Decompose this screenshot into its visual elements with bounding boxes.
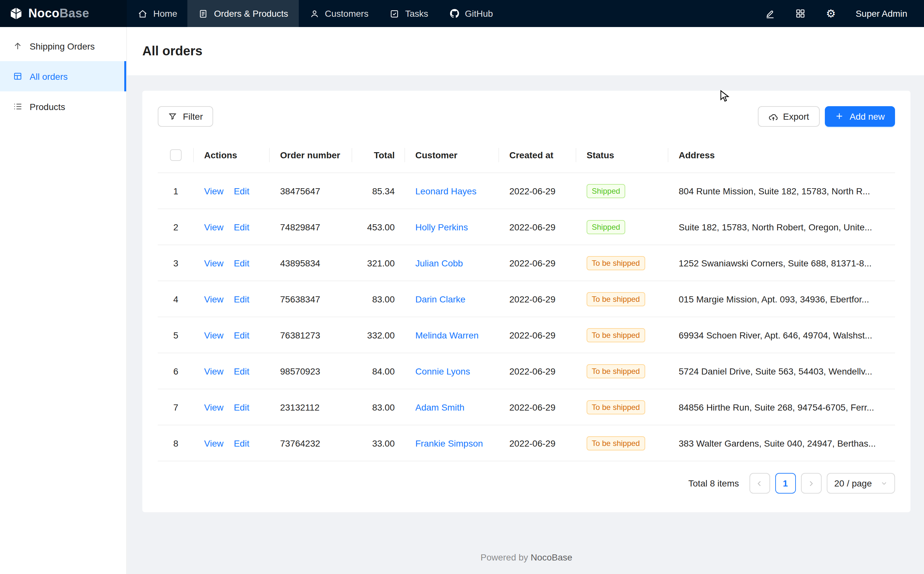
- view-link[interactable]: View: [204, 222, 223, 232]
- settings-gear-icon[interactable]: ⚙: [826, 8, 836, 19]
- nocobase-logo-icon: [9, 6, 23, 20]
- row-index: 4: [158, 294, 194, 304]
- table-header: Actions Order number Total Customer Crea…: [158, 137, 895, 173]
- nav-item-customers[interactable]: Customers: [299, 0, 379, 27]
- created-at-cell: 2022-06-29: [499, 294, 576, 304]
- edit-link[interactable]: Edit: [234, 258, 249, 268]
- customer-link[interactable]: Leonard Hayes: [415, 186, 477, 196]
- cloud-upload-icon: [768, 112, 778, 121]
- row-index: 1: [158, 186, 194, 196]
- view-link[interactable]: View: [204, 186, 223, 196]
- edit-link[interactable]: Edit: [234, 438, 249, 448]
- total-cell: 453.00: [352, 222, 405, 232]
- view-link[interactable]: View: [204, 438, 223, 448]
- page-size-select[interactable]: 20 / page: [826, 473, 895, 494]
- plugin-grid-icon[interactable]: [795, 8, 806, 19]
- status-cell: Shipped: [576, 184, 668, 198]
- select-all-checkbox[interactable]: [170, 149, 182, 161]
- nav-item-home[interactable]: Home: [127, 0, 188, 27]
- pagination-prev-button[interactable]: [749, 473, 770, 494]
- row-actions: View Edit: [194, 366, 270, 376]
- created-at-cell: 2022-06-29: [499, 222, 576, 232]
- pagination-page-1[interactable]: 1: [775, 473, 796, 494]
- pagination: Total 8 items 1 20 / page: [158, 473, 895, 494]
- tasks-icon: [389, 8, 400, 19]
- sidebar-item-shipping-orders[interactable]: Shipping Orders: [0, 31, 126, 61]
- table-body: 1 View Edit 38475647 85.34 Leonard Hayes…: [158, 173, 895, 461]
- customer-link[interactable]: Adam Smith: [415, 402, 464, 412]
- nav-item-tasks[interactable]: Tasks: [379, 0, 439, 27]
- status-badge: To be shipped: [587, 292, 645, 306]
- view-link[interactable]: View: [204, 258, 223, 268]
- total-cell: 84.00: [352, 366, 405, 376]
- row-index: 2: [158, 222, 194, 232]
- row-actions: View Edit: [194, 402, 270, 412]
- customer-link[interactable]: Frankie Simpson: [415, 438, 483, 448]
- customer-link[interactable]: Holly Perkins: [415, 222, 468, 232]
- footer-brand: NocoBase: [531, 552, 572, 562]
- add-new-button[interactable]: Add new: [824, 106, 895, 127]
- row-actions: View Edit: [194, 222, 270, 232]
- orders-table-icon: [13, 71, 23, 81]
- row-index: 6: [158, 366, 194, 376]
- order-number-cell: 74829847: [270, 222, 352, 232]
- status-cell: To be shipped: [576, 436, 668, 450]
- row-actions: View Edit: [194, 294, 270, 304]
- edit-link[interactable]: Edit: [234, 330, 249, 340]
- status-cell: To be shipped: [576, 328, 668, 342]
- customer-link[interactable]: Darin Clarke: [415, 294, 466, 304]
- table-row: 4 View Edit 75638347 83.00 Darin Clarke …: [158, 281, 895, 317]
- address-cell: 383 Walter Gardens, Suite 040, 24947, Be…: [668, 438, 895, 448]
- edit-link[interactable]: Edit: [234, 222, 249, 232]
- nav-item-orders-products[interactable]: Orders & Products: [188, 0, 299, 27]
- user-menu[interactable]: Super Admin: [856, 8, 907, 19]
- status-badge: To be shipped: [587, 256, 645, 270]
- table-row: 6 View Edit 98570923 84.00 Connie Lyons …: [158, 353, 895, 390]
- arrow-up-icon: [13, 41, 23, 51]
- plus-icon: [835, 112, 845, 121]
- customer-link[interactable]: Melinda Warren: [415, 330, 479, 340]
- status-badge: Shipped: [587, 220, 625, 234]
- row-actions: View Edit: [194, 438, 270, 448]
- customer-link[interactable]: Connie Lyons: [415, 366, 470, 376]
- customer-cell: Julian Cobb: [405, 258, 499, 268]
- nav-item-github[interactable]: GitHub: [439, 0, 503, 27]
- edit-link[interactable]: Edit: [234, 366, 249, 376]
- customer-cell: Leonard Hayes: [405, 186, 499, 196]
- created-at-cell: 2022-06-29: [499, 366, 576, 376]
- customer-link[interactable]: Julian Cobb: [415, 258, 463, 268]
- edit-link[interactable]: Edit: [234, 186, 249, 196]
- status-cell: To be shipped: [576, 364, 668, 378]
- pagination-next-button[interactable]: [801, 473, 821, 494]
- page-header: All orders: [127, 27, 924, 75]
- table-row: 2 View Edit 74829847 453.00 Holly Perkin…: [158, 209, 895, 245]
- order-number-cell: 23132112: [270, 402, 352, 412]
- edit-link[interactable]: Edit: [234, 402, 249, 412]
- view-link[interactable]: View: [204, 294, 223, 304]
- customer-cell: Connie Lyons: [405, 366, 499, 376]
- edit-link[interactable]: Edit: [234, 294, 249, 304]
- column-header-created-at: Created at: [499, 150, 576, 160]
- filter-funnel-icon: [168, 112, 178, 121]
- status-badge: To be shipped: [587, 328, 645, 342]
- row-index: 3: [158, 258, 194, 268]
- ui-editor-pen-icon[interactable]: [765, 8, 776, 19]
- view-link[interactable]: View: [204, 330, 223, 340]
- orders-card: Filter Export: [142, 91, 910, 512]
- created-at-cell: 2022-06-29: [499, 438, 576, 448]
- table-header-select: [158, 149, 194, 161]
- view-link[interactable]: View: [204, 366, 223, 376]
- table-row: 1 View Edit 38475647 85.34 Leonard Hayes…: [158, 173, 895, 209]
- filter-button[interactable]: Filter: [158, 106, 213, 127]
- customers-icon: [309, 8, 320, 19]
- sidebar-item-all-orders[interactable]: All orders: [0, 61, 126, 91]
- status-badge: To be shipped: [587, 364, 645, 378]
- export-button[interactable]: Export: [758, 106, 819, 127]
- view-link[interactable]: View: [204, 402, 223, 412]
- total-cell: 83.00: [352, 294, 405, 304]
- total-cell: 321.00: [352, 258, 405, 268]
- sidebar-item-products[interactable]: Products: [0, 91, 126, 121]
- column-header-actions: Actions: [194, 150, 270, 160]
- total-cell: 85.34: [352, 186, 405, 196]
- total-cell: 332.00: [352, 330, 405, 340]
